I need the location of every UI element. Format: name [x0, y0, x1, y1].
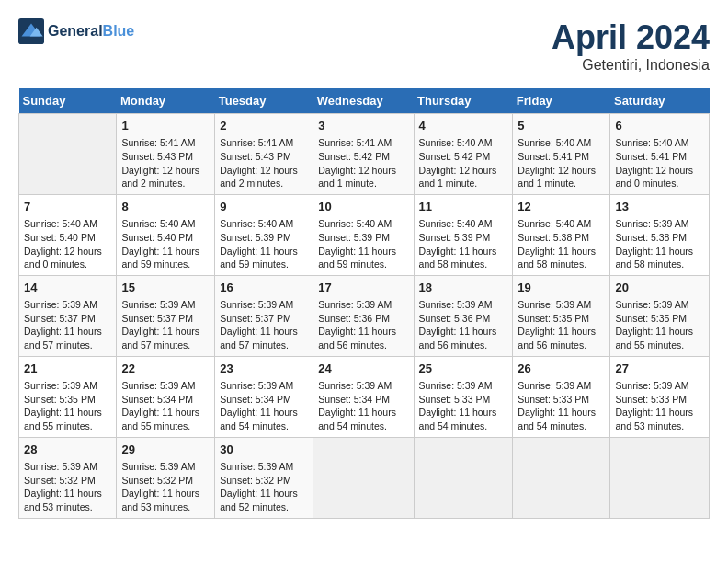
calendar-week-row: 1Sunrise: 5:41 AMSunset: 5:43 PMDaylight… — [19, 114, 710, 195]
daylight-text: Daylight: 11 hours and 53 minutes. — [24, 488, 102, 512]
daylight-text: Daylight: 12 hours and 0 minutes. — [615, 165, 693, 190]
daylight-text: Daylight: 11 hours and 59 minutes. — [121, 246, 199, 270]
calendar-cell: 13Sunrise: 5:39 AMSunset: 5:38 PMDayligh… — [610, 194, 710, 275]
sunset-text: Sunset: 5:40 PM — [121, 232, 193, 243]
sunrise-text: Sunrise: 5:39 AM — [24, 380, 97, 391]
daylight-text: Daylight: 12 hours and 2 minutes. — [220, 165, 298, 190]
calendar-cell: 8Sunrise: 5:40 AMSunset: 5:40 PMDaylight… — [117, 194, 215, 275]
daylight-text: Daylight: 11 hours and 52 minutes. — [220, 488, 298, 512]
calendar-day-header: Wednesday — [313, 88, 414, 114]
calendar-week-row: 21Sunrise: 5:39 AMSunset: 5:35 PMDayligh… — [19, 356, 710, 437]
calendar-day-header: Tuesday — [215, 88, 313, 114]
calendar-cell: 27Sunrise: 5:39 AMSunset: 5:33 PMDayligh… — [610, 356, 710, 437]
sunrise-text: Sunrise: 5:39 AM — [318, 380, 392, 391]
page-header: GeneralBlue April 2024 Getentiri, Indone… — [18, 18, 710, 74]
sunset-text: Sunset: 5:41 PM — [615, 151, 687, 162]
calendar-cell: 18Sunrise: 5:39 AMSunset: 5:36 PMDayligh… — [414, 275, 513, 356]
daylight-text: Daylight: 11 hours and 58 minutes. — [518, 246, 596, 270]
daylight-text: Daylight: 11 hours and 55 minutes. — [121, 407, 199, 431]
day-number: 23 — [220, 361, 308, 377]
calendar-cell: 22Sunrise: 5:39 AMSunset: 5:34 PMDayligh… — [117, 356, 215, 437]
sunset-text: Sunset: 5:42 PM — [419, 151, 491, 162]
day-number: 7 — [24, 199, 111, 215]
day-number: 30 — [220, 442, 308, 458]
logo: GeneralBlue — [18, 18, 134, 44]
day-number: 1 — [121, 118, 210, 134]
sunrise-text: Sunrise: 5:39 AM — [220, 461, 293, 472]
sunset-text: Sunset: 5:32 PM — [220, 475, 291, 486]
calendar-day-header: Friday — [513, 88, 610, 114]
day-number: 13 — [615, 199, 704, 215]
day-number: 27 — [615, 361, 704, 377]
calendar-cell — [414, 437, 513, 518]
daylight-text: Daylight: 11 hours and 59 minutes. — [318, 246, 396, 270]
sunrise-text: Sunrise: 5:41 AM — [220, 137, 293, 148]
sunset-text: Sunset: 5:33 PM — [615, 394, 687, 405]
sunrise-text: Sunrise: 5:40 AM — [121, 218, 195, 229]
daylight-text: Daylight: 12 hours and 1 minute. — [518, 165, 596, 190]
day-number: 22 — [121, 361, 210, 377]
daylight-text: Daylight: 11 hours and 58 minutes. — [615, 246, 693, 270]
sunrise-text: Sunrise: 5:40 AM — [419, 137, 493, 148]
sunset-text: Sunset: 5:32 PM — [24, 475, 96, 486]
daylight-text: Daylight: 12 hours and 1 minute. — [419, 165, 497, 190]
calendar-cell: 3Sunrise: 5:41 AMSunset: 5:42 PMDaylight… — [313, 114, 414, 195]
daylight-text: Daylight: 11 hours and 54 minutes. — [518, 407, 596, 431]
sunrise-text: Sunrise: 5:40 AM — [220, 218, 293, 229]
day-number: 9 — [220, 199, 308, 215]
sunrise-text: Sunrise: 5:39 AM — [615, 218, 688, 229]
calendar-cell: 29Sunrise: 5:39 AMSunset: 5:32 PMDayligh… — [117, 437, 215, 518]
calendar-cell: 30Sunrise: 5:39 AMSunset: 5:32 PMDayligh… — [215, 437, 313, 518]
sunrise-text: Sunrise: 5:39 AM — [121, 299, 195, 310]
sunset-text: Sunset: 5:35 PM — [615, 313, 687, 324]
calendar-cell: 2Sunrise: 5:41 AMSunset: 5:43 PMDaylight… — [215, 114, 313, 195]
sunrise-text: Sunrise: 5:39 AM — [615, 299, 688, 310]
sunset-text: Sunset: 5:39 PM — [220, 232, 291, 243]
daylight-text: Daylight: 11 hours and 56 minutes. — [419, 326, 497, 350]
day-number: 12 — [518, 199, 605, 215]
calendar-header-row: SundayMondayTuesdayWednesdayThursdayFrid… — [19, 88, 710, 114]
day-number: 2 — [220, 118, 308, 134]
calendar-cell: 28Sunrise: 5:39 AMSunset: 5:32 PMDayligh… — [19, 437, 117, 518]
calendar-cell: 1Sunrise: 5:41 AMSunset: 5:43 PMDaylight… — [117, 114, 215, 195]
day-number: 10 — [318, 199, 408, 215]
day-number: 24 — [318, 361, 408, 377]
calendar-week-row: 28Sunrise: 5:39 AMSunset: 5:32 PMDayligh… — [19, 437, 710, 518]
calendar-week-row: 14Sunrise: 5:39 AMSunset: 5:37 PMDayligh… — [19, 275, 710, 356]
sunrise-text: Sunrise: 5:40 AM — [615, 137, 688, 148]
location: Getentiri, Indonesia — [552, 57, 710, 74]
calendar-cell: 7Sunrise: 5:40 AMSunset: 5:40 PMDaylight… — [19, 194, 117, 275]
sunrise-text: Sunrise: 5:39 AM — [615, 380, 688, 391]
day-number: 19 — [518, 280, 605, 296]
calendar-cell: 4Sunrise: 5:40 AMSunset: 5:42 PMDaylight… — [414, 114, 513, 195]
sunset-text: Sunset: 5:37 PM — [121, 313, 193, 324]
sunset-text: Sunset: 5:37 PM — [24, 313, 96, 324]
sunset-text: Sunset: 5:38 PM — [615, 232, 687, 243]
day-number: 8 — [121, 199, 210, 215]
day-number: 16 — [220, 280, 308, 296]
calendar-cell: 19Sunrise: 5:39 AMSunset: 5:35 PMDayligh… — [513, 275, 610, 356]
sunset-text: Sunset: 5:34 PM — [318, 394, 390, 405]
day-number: 3 — [318, 118, 408, 134]
sunrise-text: Sunrise: 5:39 AM — [419, 380, 493, 391]
sunset-text: Sunset: 5:40 PM — [24, 232, 96, 243]
sunset-text: Sunset: 5:39 PM — [318, 232, 390, 243]
calendar-cell — [513, 437, 610, 518]
sunrise-text: Sunrise: 5:39 AM — [121, 380, 195, 391]
sunset-text: Sunset: 5:33 PM — [518, 394, 589, 405]
sunset-text: Sunset: 5:35 PM — [518, 313, 589, 324]
day-number: 18 — [419, 280, 508, 296]
calendar-cell — [19, 114, 117, 195]
daylight-text: Daylight: 11 hours and 56 minutes. — [318, 326, 396, 350]
day-number: 6 — [615, 118, 704, 134]
sunrise-text: Sunrise: 5:39 AM — [518, 299, 591, 310]
sunset-text: Sunset: 5:38 PM — [518, 232, 589, 243]
day-number: 17 — [318, 280, 408, 296]
day-number: 4 — [419, 118, 508, 134]
calendar-cell: 9Sunrise: 5:40 AMSunset: 5:39 PMDaylight… — [215, 194, 313, 275]
calendar-cell: 11Sunrise: 5:40 AMSunset: 5:39 PMDayligh… — [414, 194, 513, 275]
calendar-cell: 15Sunrise: 5:39 AMSunset: 5:37 PMDayligh… — [117, 275, 215, 356]
daylight-text: Daylight: 12 hours and 0 minutes. — [24, 246, 102, 270]
calendar-cell: 26Sunrise: 5:39 AMSunset: 5:33 PMDayligh… — [513, 356, 610, 437]
calendar-cell: 23Sunrise: 5:39 AMSunset: 5:34 PMDayligh… — [215, 356, 313, 437]
